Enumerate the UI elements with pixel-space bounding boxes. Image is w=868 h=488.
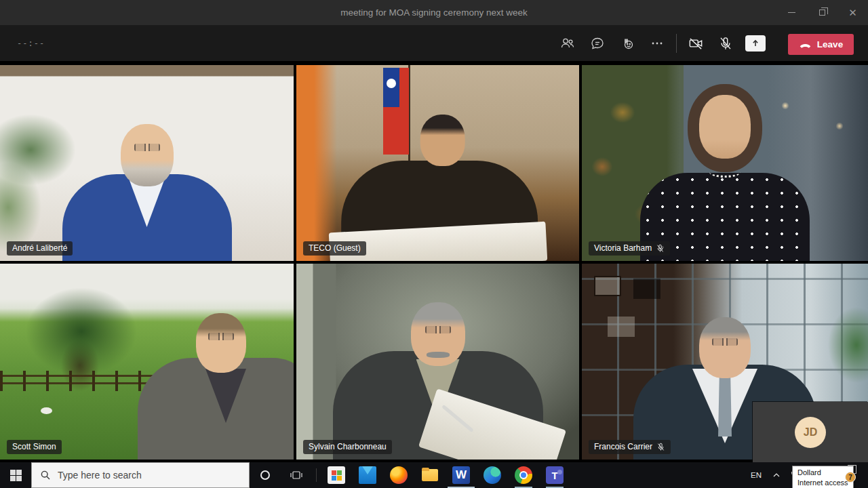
avatar-initials: JD [804,426,817,439]
cortana-icon [260,470,270,480]
participant-name-label: Francois Carrier [589,440,671,454]
muted-mic-icon [656,443,665,451]
tray-chevron-button[interactable] [768,462,785,488]
taskbar-app-store[interactable] [321,462,352,488]
toolbar-divider [676,34,677,53]
participant-name: Victoria Barham [594,243,652,253]
selfview-avatar: JD [795,417,826,448]
participant-name: Scott Simon [12,442,56,451]
reactions-button[interactable] [612,30,642,57]
search-icon [40,470,51,481]
taskbar-app-chrome[interactable] [508,462,539,488]
leave-label: Leave [817,39,843,49]
participant-name: André Laliberté [12,243,67,253]
chevron-up-icon [772,470,781,480]
camera-toggle-button[interactable] [681,30,711,57]
participants-icon [559,35,576,52]
participant-figure [121,124,174,186]
window-controls: ✕ [776,0,868,25]
share-screen-icon [745,35,766,52]
toolbar-left-icon-group [553,30,770,57]
video-tile-andre-laliberte[interactable]: André Laliberté [0,65,294,261]
chrome-icon [515,466,532,484]
file-explorer-icon [421,466,439,484]
teams-meeting-window: meeting for MOA signing ceremony next we… [0,0,868,488]
restore-icon [819,9,825,16]
chat-icon [589,35,606,52]
taskbar-app-mail[interactable] [352,462,383,488]
store-icon [328,466,345,484]
participant-figure [138,358,294,460]
taskbar-app-edge[interactable] [477,462,508,488]
windows-taskbar: Type here to search W T EN [0,462,868,488]
chat-button[interactable] [583,30,612,57]
participant-name-label: André Laliberté [7,241,73,256]
task-view-button[interactable] [281,462,312,488]
search-placeholder: Type here to search [58,470,142,481]
share-screen-button[interactable] [741,30,770,57]
tooltip-network-name: Dollard [797,468,848,478]
video-tile-victoria-barham[interactable]: Victoria Barham [582,65,868,261]
participant-name-label: Victoria Barham [589,241,670,256]
video-tile-scott-simon[interactable]: Scott Simon [0,264,294,460]
taskbar-app-teams[interactable]: T [539,462,570,488]
start-button[interactable] [0,462,31,488]
participant-figure [699,317,751,378]
windows-logo-icon [10,470,22,481]
participant-figure [699,95,751,159]
language-indicator[interactable]: EN [745,462,768,488]
participant-name: Sylvain Charbonneau [309,442,387,451]
participant-name-label: TECO (Guest) [303,241,366,256]
teams-icon: T [546,466,564,484]
video-tile-sylvain-charbonneau[interactable]: Sylvain Charbonneau [296,264,579,460]
participant-name-label: Sylvain Charbonneau [303,440,392,454]
participant-figure [196,313,246,373]
more-options-button[interactable] [642,30,672,57]
taiwan-flag [383,68,409,155]
task-view-icon [290,468,303,482]
participant-figure [208,333,234,340]
restore-button[interactable] [807,0,837,25]
close-icon: ✕ [848,7,857,18]
selfview-tile[interactable]: JD [753,402,868,462]
mic-off-icon [717,35,734,52]
participant-name: Francois Carrier [594,442,652,451]
picture-frames [594,276,621,296]
taskbar-app-word[interactable]: W [446,462,477,488]
mail-icon [359,466,376,484]
notification-count-badge: 7 [845,472,856,483]
muted-mic-icon [656,244,665,253]
notification-count: 7 [848,474,852,481]
participant-name: TECO (Guest) [309,243,361,253]
participants-button[interactable] [553,30,583,57]
sheep [41,407,52,414]
participant-figure [134,144,160,151]
word-icon: W [452,466,470,484]
taskbar-app-firefox[interactable] [383,462,414,488]
taskbar-separator [316,468,317,482]
participant-figure [420,115,465,166]
cortana-button[interactable] [250,462,281,488]
minimize-button[interactable] [776,0,807,25]
mic-toggle-button[interactable] [711,30,741,57]
taskbar-app-file-explorer[interactable] [414,462,446,488]
edge-icon [484,466,501,484]
participant-figure [712,338,738,346]
leave-button[interactable]: Leave [788,34,854,55]
camera-off-icon [687,35,705,52]
fence [0,371,163,391]
firefox-icon [390,466,408,484]
participant-figure [62,174,232,261]
close-button[interactable]: ✕ [837,0,868,25]
participant-figure [425,326,451,333]
tooltip-network-status: Internet access [797,478,848,488]
reactions-icon [619,35,635,52]
window-title: meeting for MOA signing ceremony next we… [0,7,868,18]
minimize-icon [788,12,795,13]
meeting-timer: --:-- [17,39,45,48]
network-tooltip: Dollard Internet access [792,466,854,488]
video-grid: André Laliberté TECO (Guest) Victoria Ba… [0,61,868,462]
hangup-icon [799,41,812,49]
video-tile-teco-guest[interactable]: TECO (Guest) [296,65,579,261]
taskbar-search[interactable]: Type here to search [31,462,250,488]
